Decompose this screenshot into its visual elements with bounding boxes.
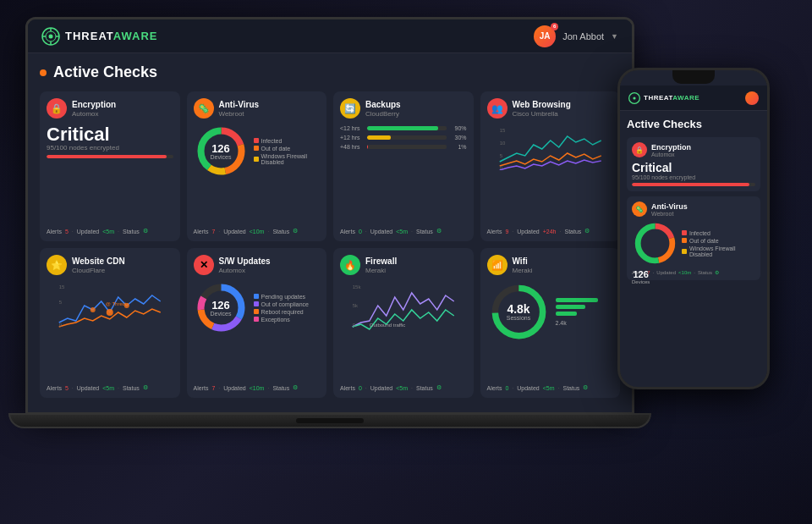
encryption-footer: Alerts 5 · Updated <5m · Status ⚙ — [47, 228, 173, 234]
phone-cards: 🔒 Encryption Automox Critical 95/100 nod… — [627, 137, 760, 280]
phone-encryption-subtitle: Automox — [651, 152, 691, 157]
phone-encryption-title-block: Encryption Automox — [651, 143, 691, 157]
legend-outofdate: Out of date — [254, 146, 321, 152]
donut-sub: Devices — [211, 154, 232, 160]
phone-page-title: Active Checks — [627, 118, 760, 130]
phone-logo-text: THREATAWARE — [644, 94, 700, 102]
web-browsing-chart: 15 10 5 0 — [487, 124, 614, 170]
encryption-title: Encryption — [72, 100, 173, 110]
wifi-bar-3 — [556, 312, 598, 316]
backup-row-12hrs: <12 hrs 90% — [340, 125, 467, 131]
cdn-footer: Alerts 5 · Updated <5m · Status ⚙ — [47, 384, 173, 391]
page-title: Active Checks — [53, 63, 157, 81]
sw-updates-title-block: S/W Updates Automox — [219, 256, 321, 274]
sw-legend: Pending updates Out of compliance — [254, 294, 309, 323]
card-web-browsing: 👥 Web Browsing Cisco Umbrella — [480, 91, 621, 241]
phone-antivirus-legend: Infected Out of date Windows Firewall Di… — [682, 230, 755, 257]
phone-logo: THREATAWARE — [628, 92, 700, 104]
antivirus-header: 🦠 Anti-Virus Webroot — [194, 98, 321, 119]
firewall-title-block: Firewall Meraki — [365, 256, 467, 274]
phone-legend-firewall: Windows Firewall Disabled — [682, 245, 755, 257]
legend-exceptions: Exceptions — [254, 317, 309, 323]
laptop-body: THREATAWARE JA 6 Jon Abbot ▼ — [25, 17, 634, 415]
wifi-sessions-label: Sessions — [507, 315, 530, 321]
notification-badge: 6 — [551, 23, 558, 30]
phone-donut-value: 126 — [632, 270, 650, 279]
phone-antivirus-icon: 🦠 — [632, 201, 647, 217]
backups-icon: 🔄 — [340, 98, 360, 119]
encryption-icon: 🔒 — [47, 98, 67, 119]
web-browsing-footer: Alerts 9 · Updated +24h · Status ⚙ — [487, 228, 614, 234]
legend-compliance: Out of compliance — [254, 301, 309, 307]
logo-text: THREATAWARE — [65, 30, 157, 42]
wifi-title: Wifi — [513, 256, 614, 267]
web-browsing-header: 👥 Web Browsing Cisco Umbrella — [487, 98, 614, 119]
phone-encryption-progress — [632, 183, 755, 186]
app-content: Active Checks 🔒 Encryption Automox — [28, 53, 632, 412]
backup-row-plus48hrs: +48 hrs 1% — [340, 144, 467, 150]
card-website-cdn: ⭐ Website CDN CloudFlare — [40, 248, 180, 398]
sw-updates-header: ✕ S/W Updates Automox — [194, 255, 321, 275]
phone-body: THREATAWARE Active Checks 🔒 Encryp — [617, 68, 770, 389]
phone-notch — [672, 70, 715, 84]
backup-bars: <12 hrs 90% +12 hrs — [340, 125, 467, 150]
svg-text:15k: 15k — [353, 284, 362, 290]
phone-encryption-title: Encryption — [651, 143, 691, 152]
svg-text:5: 5 — [499, 153, 502, 158]
antivirus-legend: Infected Out of date — [254, 138, 321, 165]
laptop-base — [8, 413, 651, 428]
card-encryption: 🔒 Encryption Automox Critical 95/100 nod… — [40, 91, 180, 241]
sw-donut: 126 Devices — [194, 280, 249, 335]
backups-title: Backups — [365, 100, 467, 110]
user-name: Jon Abbot — [562, 31, 604, 41]
phone-antivirus-body: 126 Devices Infected — [632, 220, 755, 267]
backups-header: 🔄 Backups CloudBerry — [340, 98, 467, 119]
web-browsing-title-block: Web Browsing Cisco Umbrella — [513, 100, 614, 118]
firewall-header: 🔥 Firewall Meraki — [340, 255, 467, 275]
card-wifi: 📶 Wifi Meraki — [480, 248, 621, 398]
wifi-footer: Alerts 0 · Updated <5m · Status ⚙ — [487, 384, 614, 391]
card-encryption-header: 🔒 Encryption Automox — [47, 98, 173, 119]
phone-donut-svg — [632, 220, 678, 267]
svg-text:15: 15 — [499, 128, 505, 133]
card-sw-updates: ✕ S/W Updates Automox — [187, 248, 327, 398]
phone-encryption-icon: 🔒 — [632, 142, 647, 157]
card-backups: 🔄 Backups CloudBerry <12 — [333, 91, 474, 241]
phone-legend-infected: Infected — [682, 230, 755, 236]
wifi-bar-1 — [556, 298, 598, 302]
user-avatar: JA 6 — [534, 25, 556, 47]
svg-point-16 — [91, 307, 96, 312]
web-browsing-icon: 👥 — [487, 98, 508, 119]
encryption-progress-fill — [47, 155, 167, 158]
phone-antivirus-footer: Alerts 7 · Updated <10m · Status ⚙ — [632, 269, 755, 275]
antivirus-donut: 126 Devices — [194, 124, 249, 179]
dropdown-arrow[interactable]: ▼ — [611, 32, 618, 41]
encryption-subtitle: Automox — [72, 110, 173, 118]
encryption-title-block: Encryption Automox — [72, 100, 173, 118]
encryption-value: Critical — [47, 125, 173, 144]
laptop-screen: THREATAWARE JA 6 Jon Abbot ▼ — [28, 19, 632, 412]
sw-updates-title: S/W Updates — [219, 256, 321, 267]
sw-updates-body: 126 Devices Pending updates — [194, 280, 321, 381]
phone-encryption-body: Critical 95/100 nodes encrypted — [632, 161, 755, 186]
cdn-title-block: Website CDN CloudFlare — [72, 256, 173, 274]
wifi-sessions-value: 4.8k — [507, 303, 530, 315]
phone-antivirus-header: 🦠 Anti-Virus Webroot — [632, 201, 755, 217]
alerts-val: 5 — [65, 229, 69, 234]
sw-donut-container: 126 Devices Pending updates — [194, 280, 321, 335]
phone-avatar — [745, 91, 759, 105]
donut-value: 126 — [211, 143, 232, 154]
phone-content: Active Checks 🔒 Encryption Automox — [620, 111, 767, 287]
laptop-device: THREATAWARE JA 6 Jon Abbot ▼ — [25, 17, 651, 491]
antivirus-footer: Alerts 7 · Updated <10m · Status ⚙ — [194, 228, 321, 234]
card-firewall: 🔥 Firewall Meraki — [333, 248, 474, 398]
cdn-body: @ Threats 15 5 0 — [47, 280, 173, 381]
app-header: THREATAWARE JA 6 Jon Abbot ▼ — [28, 19, 632, 53]
phone-antivirus-subtitle: Webroot — [651, 211, 688, 217]
phone-card-antivirus: 🦠 Anti-Virus Webroot — [627, 196, 760, 280]
alerts-label: Alerts — [47, 229, 62, 234]
firewall-subtitle: Meraki — [365, 267, 467, 274]
wifi-title-block: Wifi Meraki — [513, 256, 614, 274]
phone-encryption-value: Critical — [632, 161, 755, 174]
svg-text:Outbound traffic: Outbound traffic — [370, 323, 406, 328]
